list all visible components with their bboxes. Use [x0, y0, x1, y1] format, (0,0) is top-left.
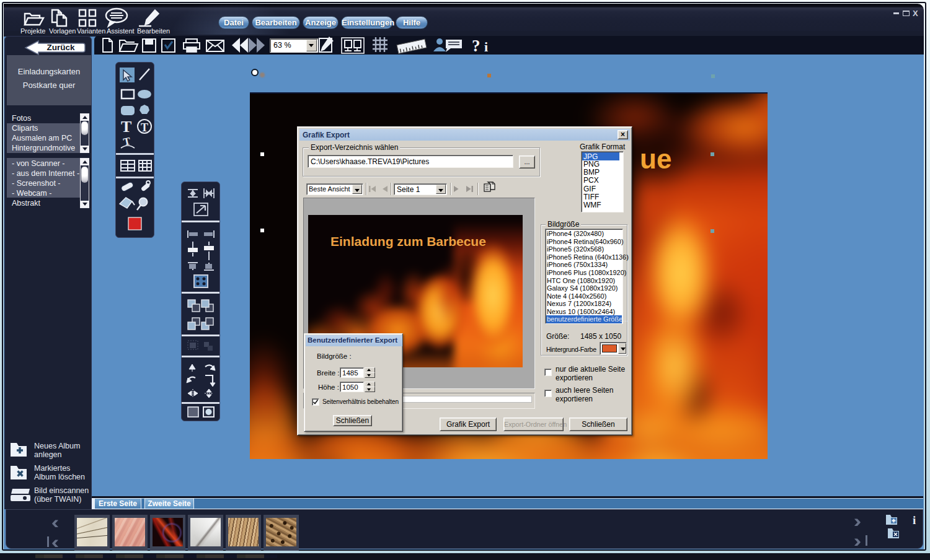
- svg-text:T: T: [141, 121, 148, 134]
- svg-text:i: i: [484, 39, 488, 55]
- svg-text:T: T: [121, 118, 131, 136]
- svg-text:i: i: [913, 514, 916, 527]
- svg-text:?: ?: [472, 37, 480, 55]
